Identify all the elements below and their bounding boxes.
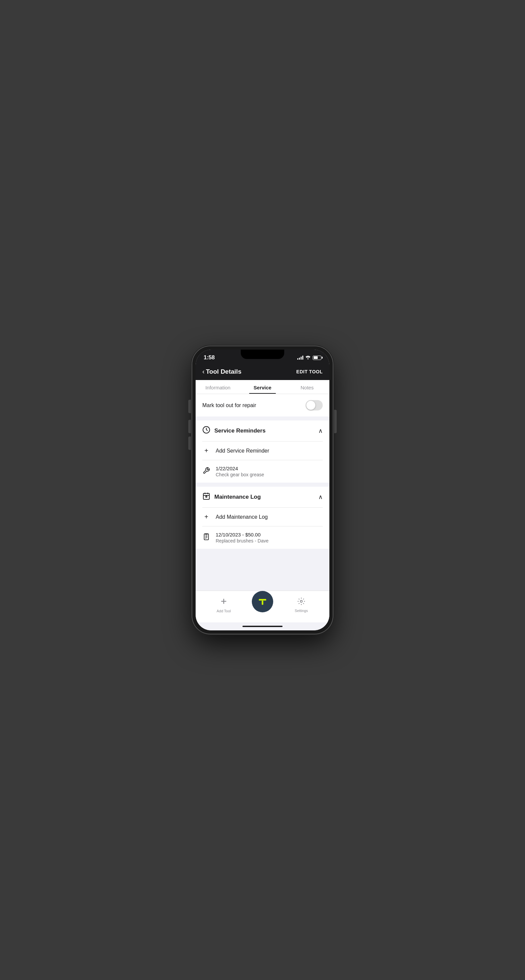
home-indicator: [243, 626, 282, 627]
add-tool-nav-item[interactable]: Add Tool: [196, 597, 252, 613]
maintenance-log-header[interactable]: Maintenance Log ∧: [196, 487, 329, 508]
svg-point-6: [206, 496, 207, 497]
service-reminders-header[interactable]: Service Reminders ∧: [196, 420, 329, 441]
tab-bar: Information Service Notes: [196, 380, 329, 394]
app-logo: [256, 595, 269, 608]
tab-information[interactable]: Information: [196, 380, 240, 394]
phone-inner: 1:58: [196, 350, 329, 630]
home-indicator-area: [196, 622, 329, 630]
svg-rect-12: [205, 533, 207, 535]
service-reminder-desc: Check gear box grease: [216, 472, 323, 477]
svg-point-18: [300, 600, 302, 602]
section-header-left-2: Maintenance Log: [202, 492, 261, 502]
settings-nav-item[interactable]: Settings: [273, 597, 329, 612]
add-maintenance-log-button[interactable]: + Add Maintenance Log: [196, 508, 329, 526]
repair-label: Mark tool out for repair: [202, 402, 256, 409]
maintenance-log-section: Maintenance Log ∧ + Add Maintenance Log: [196, 487, 329, 549]
status-time: 1:58: [204, 354, 215, 361]
wrench-icon: [202, 467, 210, 476]
svg-rect-17: [262, 601, 263, 605]
svg-rect-16: [259, 599, 266, 601]
wifi-icon: [305, 355, 311, 360]
add-service-icon: +: [202, 447, 210, 455]
add-tool-label: Add Tool: [217, 609, 231, 613]
service-reminders-chevron: ∧: [318, 427, 323, 434]
home-button[interactable]: [252, 591, 273, 612]
maintenance-log-chevron: ∧: [318, 493, 323, 501]
repair-toggle[interactable]: [306, 400, 323, 410]
service-reminders-section: Service Reminders ∧ + Add Service Remind…: [196, 420, 329, 483]
maintenance-log-desc: Replaced brushes - Dave: [216, 538, 323, 544]
screen: 1:58: [196, 350, 329, 630]
add-maintenance-icon: +: [202, 513, 210, 521]
add-service-content: Add Service Reminder: [216, 448, 323, 454]
phone-frame: 1:58: [192, 346, 333, 634]
battery-icon: [313, 356, 321, 360]
add-maintenance-content: Add Maintenance Log: [216, 514, 323, 520]
settings-icon: [297, 597, 305, 607]
status-icons: [297, 355, 321, 360]
add-tool-icon: [219, 597, 228, 608]
add-service-label: Add Service Reminder: [216, 448, 269, 453]
maintenance-log-title: Maintenance Log: [214, 494, 261, 500]
maintenance-log-icon: [202, 492, 210, 502]
bottom-nav: Add Tool: [196, 590, 329, 622]
settings-label: Settings: [295, 609, 308, 612]
svg-point-0: [307, 358, 308, 359]
maintenance-log-content: 12/10/2023 - $50.00 Replaced brushes - D…: [216, 532, 323, 544]
signal-icon: [297, 356, 303, 360]
content-area: Mark tool out for repair: [196, 394, 329, 590]
section-header-left: Service Reminders: [202, 426, 265, 436]
repair-row: Mark tool out for repair: [196, 394, 329, 417]
service-reminder-date: 1/22/2024: [216, 466, 323, 471]
toggle-knob: [306, 401, 315, 410]
add-service-reminder-button[interactable]: + Add Service Reminder: [196, 442, 329, 460]
tab-service[interactable]: Service: [240, 380, 284, 394]
service-reminders-title: Service Reminders: [214, 428, 265, 434]
notch: [241, 350, 284, 359]
edit-tool-button[interactable]: EDIT TOOL: [296, 369, 323, 374]
tab-notes[interactable]: Notes: [285, 380, 329, 394]
service-reminder-content: 1/22/2024 Check gear box grease: [216, 466, 323, 477]
service-reminder-item[interactable]: 1/22/2024 Check gear box grease: [196, 460, 329, 483]
clipboard-icon: [202, 533, 210, 542]
back-button[interactable]: ‹ Tool Details: [202, 368, 241, 375]
page-title: Tool Details: [206, 368, 241, 375]
maintenance-log-item[interactable]: 12/10/2023 - $50.00 Replaced brushes - D…: [196, 527, 329, 549]
nav-header: ‹ Tool Details EDIT TOOL: [196, 364, 329, 380]
back-arrow-icon: ‹: [202, 368, 205, 375]
service-reminders-icon: [202, 426, 210, 436]
maintenance-log-date-amount: 12/10/2023 - $50.00: [216, 532, 323, 538]
add-maintenance-label: Add Maintenance Log: [216, 514, 268, 520]
